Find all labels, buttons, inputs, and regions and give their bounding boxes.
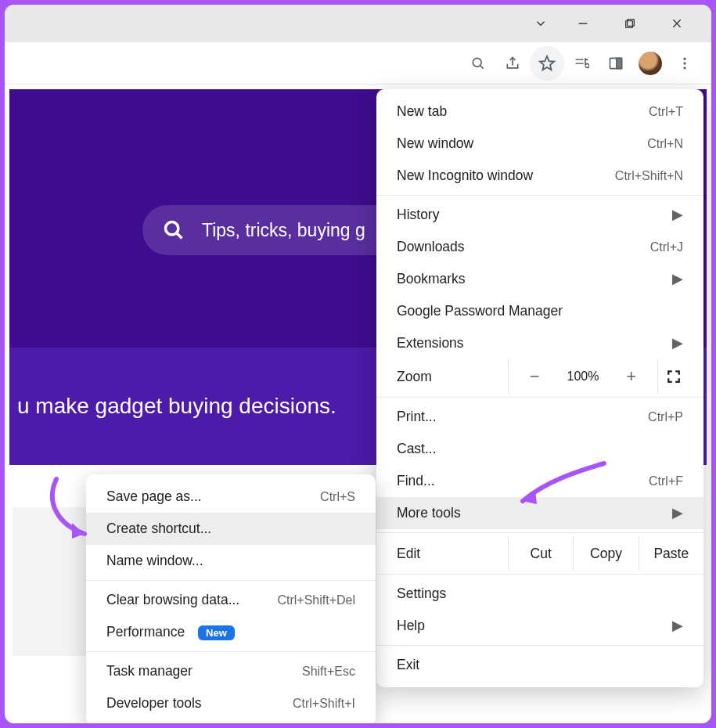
minimize-button[interactable] bbox=[559, 5, 606, 42]
submenu-developer-tools[interactable]: Developer tools Ctrl+Shift+I bbox=[86, 687, 376, 719]
window-titlebar bbox=[5, 5, 711, 42]
svg-point-14 bbox=[683, 62, 685, 64]
submenu-clear-browsing-data[interactable]: Clear browsing data... Ctrl+Shift+Del bbox=[86, 584, 376, 616]
fullscreen-button[interactable] bbox=[658, 369, 689, 384]
menu-exit[interactable]: Exit bbox=[376, 649, 703, 681]
submenu-name-window[interactable]: Name window... bbox=[86, 545, 376, 577]
menu-password-manager[interactable]: Google Password Manager bbox=[376, 295, 703, 327]
menu-edit: Edit Cut Copy Paste bbox=[376, 536, 703, 571]
svg-point-5 bbox=[473, 58, 481, 67]
svg-line-17 bbox=[177, 233, 182, 239]
chevron-right-icon: ▶ bbox=[672, 505, 683, 521]
menu-find[interactable]: Find... Ctrl+F bbox=[376, 465, 703, 497]
menu-new-window[interactable]: New window Ctrl+N bbox=[376, 128, 703, 160]
chrome-menu-button[interactable] bbox=[667, 46, 702, 81]
svg-point-15 bbox=[683, 67, 685, 69]
svg-point-13 bbox=[683, 57, 685, 59]
maximize-button[interactable] bbox=[606, 5, 653, 42]
menu-cast[interactable]: Cast... bbox=[376, 433, 703, 465]
menu-new-incognito[interactable]: New Incognito window Ctrl+Shift+N bbox=[376, 160, 703, 192]
svg-marker-7 bbox=[540, 56, 554, 69]
menu-more-tools[interactable]: More tools ▶ bbox=[376, 497, 703, 529]
edit-cut-button[interactable]: Cut bbox=[508, 536, 573, 571]
tagline-text: u make gadget buying decisions. bbox=[17, 394, 336, 419]
menu-bookmarks[interactable]: Bookmarks ▶ bbox=[376, 263, 703, 295]
side-panel-icon[interactable] bbox=[599, 46, 633, 81]
tab-dropdown-button[interactable] bbox=[522, 5, 559, 42]
search-icon[interactable] bbox=[461, 46, 495, 81]
media-control-icon[interactable] bbox=[564, 46, 599, 81]
svg-rect-2 bbox=[626, 21, 633, 28]
bookmark-star-icon[interactable] bbox=[530, 46, 564, 81]
menu-help[interactable]: Help ▶ bbox=[376, 610, 703, 642]
zoom-in-button[interactable]: + bbox=[618, 366, 645, 387]
submenu-save-page[interactable]: Save page as... Ctrl+S bbox=[86, 481, 376, 513]
submenu-task-manager[interactable]: Task manager Shift+Esc bbox=[86, 655, 376, 687]
chevron-right-icon: ▶ bbox=[672, 207, 683, 223]
menu-downloads[interactable]: Downloads Ctrl+J bbox=[376, 231, 703, 263]
edit-copy-button[interactable]: Copy bbox=[573, 536, 638, 571]
menu-history[interactable]: History ▶ bbox=[376, 199, 703, 231]
submenu-performance[interactable]: Performance New bbox=[86, 616, 376, 648]
close-button[interactable] bbox=[653, 5, 700, 42]
search-placeholder-text: Tips, tricks, buying g bbox=[202, 220, 365, 241]
menu-settings[interactable]: Settings bbox=[376, 578, 703, 610]
svg-point-16 bbox=[166, 222, 178, 235]
menu-zoom: Zoom − 100% + bbox=[376, 359, 703, 394]
svg-rect-12 bbox=[617, 58, 622, 68]
zoom-level: 100% bbox=[567, 369, 599, 384]
browser-toolbar bbox=[5, 42, 711, 85]
new-badge: New bbox=[198, 625, 235, 640]
chrome-main-menu: New tab Ctrl+T New window Ctrl+N New Inc… bbox=[376, 89, 703, 687]
more-tools-submenu: Save page as... Ctrl+S Create shortcut..… bbox=[86, 474, 376, 726]
menu-extensions[interactable]: Extensions ▶ bbox=[376, 327, 703, 359]
chevron-right-icon: ▶ bbox=[672, 618, 683, 634]
share-icon[interactable] bbox=[495, 46, 530, 81]
profile-avatar[interactable] bbox=[639, 52, 662, 75]
svg-rect-1 bbox=[628, 20, 635, 27]
menu-new-tab[interactable]: New tab Ctrl+T bbox=[376, 96, 703, 128]
submenu-create-shortcut[interactable]: Create shortcut... bbox=[86, 513, 376, 545]
svg-line-6 bbox=[480, 65, 484, 68]
chevron-right-icon: ▶ bbox=[672, 335, 683, 351]
menu-print[interactable]: Print... Ctrl+P bbox=[376, 401, 703, 433]
zoom-out-button[interactable]: − bbox=[521, 366, 548, 387]
chevron-right-icon: ▶ bbox=[672, 271, 683, 287]
edit-paste-button[interactable]: Paste bbox=[639, 536, 703, 571]
